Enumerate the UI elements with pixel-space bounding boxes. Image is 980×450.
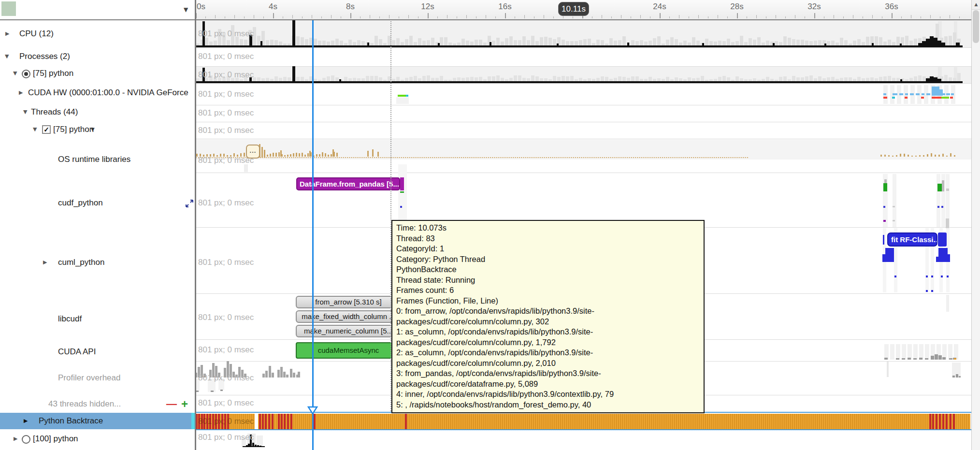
radio-unselected-icon[interactable] [22, 435, 30, 444]
show-thread-button[interactable]: + [181, 397, 188, 411]
hide-thread-button[interactable]: — [166, 397, 177, 411]
timeline-mark [884, 155, 886, 157]
ruler-tick [882, 16, 882, 18]
timeline-mark [270, 154, 271, 157]
timeline-mark [627, 78, 630, 81]
ruler-tick [843, 16, 844, 18]
event-bar-from-arrow[interactable]: from_arrow [5.310 s] [296, 296, 401, 308]
timeline-mark [883, 235, 884, 245]
sidebar-item-threads[interactable]: ▼ Threads (44) [0, 105, 195, 119]
timeline-mark [892, 97, 895, 99]
event-bar-cuda-memset-async[interactable]: cudaMemsetAsync [296, 342, 401, 359]
timeline-mark [894, 276, 896, 277]
row-measurement-label: 801 px; 0 msec [198, 258, 254, 267]
timeline-mark [284, 155, 286, 157]
sidebar-item-os-runtime-libraries[interactable]: OS runtime libraries [0, 152, 195, 167]
timeline-mark [618, 40, 621, 45]
ruler-tick [592, 16, 592, 18]
timeline-mark [948, 344, 952, 360]
chevron-down-icon[interactable]: ▼ [5, 49, 9, 64]
backtrace-red-stripe [405, 414, 407, 429]
timeline-mark [831, 41, 835, 45]
sidebar-item-libcudf[interactable]: libcudf [0, 312, 195, 326]
timeline-mark [909, 78, 913, 81]
timeline-mark [892, 156, 894, 157]
row-measurement-label: 801 px; 0 msec [198, 313, 254, 322]
timeline-mark [740, 36, 743, 45]
event-bar-make-fixed-width-column[interactable]: make_fixed_width_column ... [296, 310, 401, 323]
timeline-mark [844, 77, 848, 81]
timeline-mark [900, 79, 902, 81]
sidebar-item-cuml-python[interactable]: ▶ cuml_python [0, 255, 195, 270]
timeline-mark [779, 77, 782, 81]
timeline-mark [267, 155, 268, 157]
sidebar-item-cuda-hw[interactable]: ▶ CUDA HW (0000:01:00.0 - NVIDIA GeForce [0, 86, 195, 100]
sidebar-item-thread-75-python[interactable]: ▼ ✓ [75] python ▼ [0, 122, 195, 137]
timeline-mark [535, 76, 539, 81]
timeline-mark [942, 180, 944, 191]
chevron-right-icon[interactable]: ▶ [19, 86, 23, 100]
chevron-down-icon[interactable]: ▼ [33, 122, 37, 137]
sidebar-item-label: Python Backtrace [39, 414, 103, 428]
header-dropdown-icon[interactable]: ▼ [184, 6, 188, 13]
sidebar-item-cudf-python[interactable]: cudf_python [0, 196, 195, 210]
ruler-tick [785, 16, 786, 18]
timeline-cursor-arrowhead[interactable] [307, 406, 318, 415]
radio-selected-icon[interactable] [22, 70, 30, 78]
event-bar-make-numeric-column[interactable]: make_numeric_column [5... [296, 325, 401, 337]
timeline-mark [509, 78, 513, 81]
tooltip-line: Thread state: Running [396, 275, 700, 286]
chevron-down-icon[interactable]: ▼ [23, 105, 27, 119]
scrollbar-thumb[interactable] [973, 10, 979, 43]
timeline-mark [683, 41, 687, 45]
ruler-tick [940, 16, 940, 18]
timeline-mark [299, 153, 300, 157]
timeline-mark [400, 206, 402, 208]
ruler-tick [389, 15, 389, 18]
timeline-mark [631, 40, 634, 45]
checkbox-checked-icon[interactable]: ✓ [42, 125, 51, 134]
chevron-down-icon[interactable]: ▼ [13, 66, 17, 81]
timeline-mark [575, 41, 578, 45]
timeline-mark [735, 41, 739, 45]
timeline-mark [783, 76, 787, 81]
timeline-mark [893, 174, 896, 227]
backtrace-red-stripe [936, 414, 937, 429]
timeline-mark [398, 95, 406, 97]
chevron-down-icon[interactable]: ▼ [91, 122, 95, 137]
sidebar-item-processes[interactable]: ▼ Processes (2) [0, 49, 195, 64]
timeline-mark [718, 41, 721, 45]
sidebar-item-process-75-python[interactable]: ▼ [75] python [0, 66, 195, 81]
sidebar-item-python-backtrace[interactable]: ▶ Python Backtrace [0, 414, 195, 428]
timeline-mark [196, 81, 963, 83]
timeline-mark [614, 78, 617, 81]
event-bar-fit-rf-classifier[interactable]: fit RF-Classi... [887, 232, 937, 247]
vertical-scrollbar[interactable]: ▲ [971, 0, 980, 450]
chevron-right-icon[interactable]: ▶ [5, 27, 9, 41]
sidebar-item-process-100-python[interactable]: ▶ [100] python [0, 432, 195, 446]
timeline-mark [422, 41, 426, 45]
timeline-mark [286, 375, 288, 377]
timeline-mark [696, 78, 700, 81]
ruler-tick [872, 15, 873, 18]
sidebar-item-threads-hidden[interactable]: 43 threads hidden... — + [0, 397, 195, 411]
chevron-right-icon[interactable]: ▶ [24, 414, 28, 428]
expand-row-icon[interactable] [185, 199, 194, 208]
sidebar-item-cpu[interactable]: ▶ CPU (12) [0, 27, 195, 41]
timeline-cursor-line[interactable] [312, 16, 314, 450]
timeline-mark [675, 77, 678, 81]
chevron-right-icon[interactable]: ▶ [43, 255, 47, 270]
sidebar-item-label: [75] python [33, 66, 73, 81]
sidebar-header[interactable]: ▼ [0, 0, 195, 20]
sidebar-item-cuda-api[interactable]: CUDA API [0, 345, 195, 359]
ruler-tick [631, 16, 631, 18]
timeline-mark [946, 93, 950, 95]
time-ruler[interactable]: 0s 4s 8s 12s 16s 20s 24s 28s 32s 36s 10.… [195, 0, 971, 20]
sidebar-item-label: CUDA API [58, 345, 96, 359]
timeline-mark [265, 371, 268, 377]
scrollbar-up-arrow-icon[interactable]: ▲ [972, 0, 980, 10]
ruler-tick [727, 16, 728, 18]
sidebar-item-profiler-overhead[interactable]: Profiler overhead [0, 371, 195, 385]
chevron-right-icon[interactable]: ▶ [14, 432, 17, 446]
timeline-mark [926, 93, 930, 95]
